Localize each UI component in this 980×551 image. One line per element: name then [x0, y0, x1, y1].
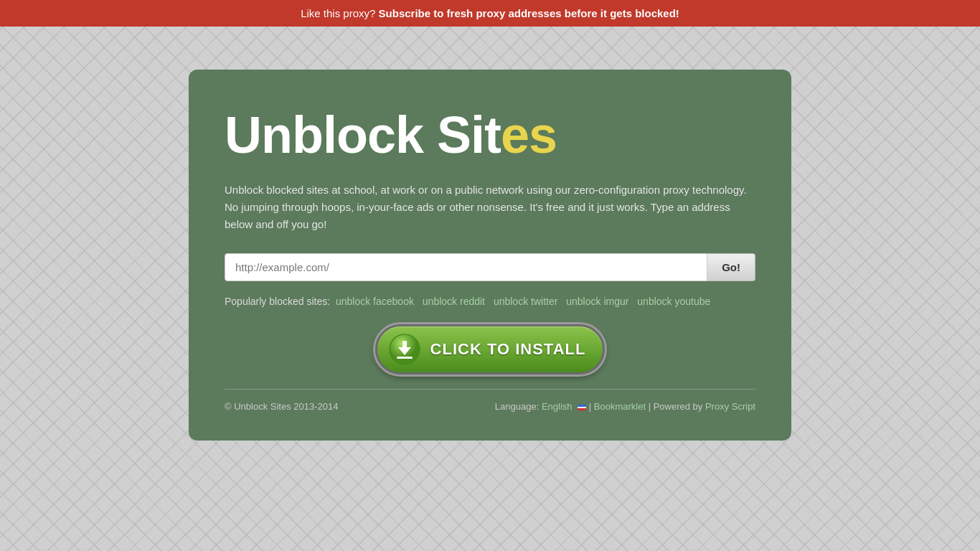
main-content: Unblock Sites Unblock blocked sites at s…: [0, 27, 980, 441]
popular-sites-row: Popularly blocked sites: unblock faceboo…: [225, 296, 755, 307]
main-card: Unblock Sites Unblock blocked sites at s…: [189, 70, 791, 441]
footer: © Unblock Sites 2013-2014 Language: Engl…: [225, 401, 755, 412]
install-button[interactable]: CLICK TO INSTALL: [375, 324, 606, 375]
popular-link-imgur[interactable]: unblock imgur: [566, 296, 628, 307]
svg-rect-3: [397, 357, 413, 359]
title-main: Unblock Sit: [225, 106, 501, 164]
page-title: Unblock Sites: [225, 105, 755, 164]
page-description: Unblock blocked sites at school, at work…: [225, 182, 755, 233]
search-input[interactable]: [225, 253, 707, 281]
download-icon: [389, 334, 420, 365]
language-flag-icon: [578, 405, 586, 410]
search-row: Go!: [225, 253, 755, 281]
bookmarklet-link[interactable]: Bookmarklet: [594, 401, 646, 412]
go-button[interactable]: Go!: [707, 253, 755, 281]
install-button-wrapper: CLICK TO INSTALL: [225, 324, 755, 375]
powered-by-label: Powered by: [654, 401, 703, 412]
banner-text-normal: Like this proxy?: [301, 7, 378, 19]
install-label: CLICK TO INSTALL: [430, 340, 586, 359]
footer-right: Language: English | Bookmarklet | Powere…: [495, 401, 755, 412]
language-link[interactable]: English: [542, 401, 573, 412]
popular-link-reddit[interactable]: unblock reddit: [423, 296, 485, 307]
separator-1: |: [589, 401, 594, 412]
banner-link[interactable]: Subscribe to fresh proxy addresses befor…: [379, 7, 679, 19]
top-banner: Like this proxy? Subscribe to fresh prox…: [0, 0, 980, 27]
separator-2: |: [649, 401, 654, 412]
footer-divider: [225, 389, 755, 390]
popular-link-youtube[interactable]: unblock youtube: [637, 296, 710, 307]
popular-link-facebook[interactable]: unblock facebook: [336, 296, 414, 307]
copyright: © Unblock Sites 2013-2014: [225, 401, 338, 412]
language-label: Language:: [495, 401, 539, 412]
popular-link-twitter[interactable]: unblock twitter: [494, 296, 557, 307]
title-accent: es: [501, 106, 557, 164]
proxy-script-link[interactable]: Proxy Script: [705, 401, 755, 412]
popular-label: Popularly blocked sites:: [225, 296, 330, 307]
